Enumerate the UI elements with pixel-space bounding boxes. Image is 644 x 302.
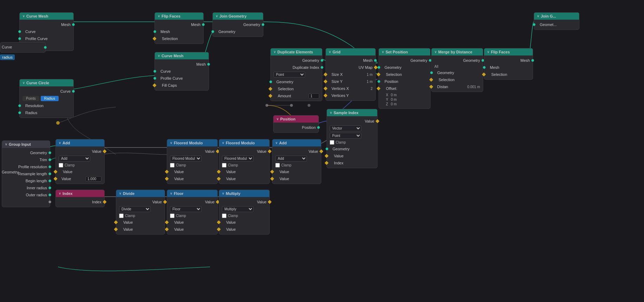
select-fm2[interactable]: Floored Modulo: [219, 155, 269, 162]
node-header-flip-faces-1[interactable]: ∨ Flip Faces: [155, 13, 203, 20]
port-geo-in-de[interactable]: [269, 80, 272, 83]
port-val1-floor[interactable]: [165, 220, 169, 224]
port-geo-in-jg[interactable]: [211, 30, 214, 33]
tab-radius[interactable]: Radius: [41, 96, 59, 101]
port-profile-in-ctm2[interactable]: [153, 77, 156, 80]
port-mesh-in-ff2[interactable]: [483, 66, 486, 69]
select-add2[interactable]: Add: [272, 155, 321, 162]
select-multiply[interactable]: Multiply: [219, 205, 269, 213]
port-mesh-out-grid[interactable]: [374, 59, 377, 62]
port-innerrad-out-gi[interactable]: [48, 186, 51, 189]
port-mesh-out-ctm2[interactable]: [207, 63, 210, 66]
select-point-de[interactable]: Point: [274, 72, 305, 78]
port-index-out[interactable]: [103, 200, 106, 204]
clamp-check-divide[interactable]: [119, 214, 124, 218]
port-curve-in-1[interactable]: [18, 30, 21, 33]
port-val1-divide[interactable]: [114, 220, 118, 224]
port-val1-add1[interactable]: [53, 170, 57, 173]
clamp-check-floor[interactable]: [170, 214, 175, 218]
port-value-out-si[interactable]: [375, 119, 379, 123]
port-empty-out-gi[interactable]: [48, 201, 51, 203]
clamp-check-si[interactable]: [330, 140, 334, 145]
port-profres-out-gi[interactable]: [48, 165, 51, 168]
select-point-si[interactable]: Point: [327, 132, 377, 139]
select-add1[interactable]: Add: [56, 155, 104, 162]
port-geo-in-sp[interactable]: [377, 66, 380, 69]
port-val1-fm1[interactable]: [165, 170, 169, 173]
node-header-curve-to-mesh-2[interactable]: ∨ Curve Mesh: [155, 52, 209, 59]
port-sizey-grid[interactable]: [323, 79, 327, 83]
port-sel-in-de[interactable]: [268, 87, 272, 91]
port-vertx-grid[interactable]: [323, 86, 327, 90]
port-mesh-out-1[interactable]: [72, 23, 75, 26]
port-dupidx-out-de[interactable]: [321, 66, 323, 69]
port-sel-sp[interactable]: [376, 72, 380, 76]
node-header-floor[interactable]: ∨ Floor: [167, 190, 217, 197]
tab-points[interactable]: Points: [22, 96, 39, 101]
port-offset-sp[interactable]: [376, 86, 380, 90]
port-pos-sp[interactable]: [377, 80, 380, 83]
port-val2-fm1[interactable]: [165, 177, 169, 180]
clamp-check-fm1[interactable]: [170, 163, 175, 168]
select-floor-op[interactable]: Floor: [170, 206, 202, 212]
dropdown-point-de[interactable]: Point: [271, 71, 322, 78]
port-curve-in-ctm2[interactable]: [153, 70, 156, 73]
port-resolution-cc[interactable]: [18, 104, 21, 107]
select-divide-op[interactable]: Divide: [119, 206, 151, 212]
port-mesh-in-ff1[interactable]: [153, 30, 156, 33]
port-val2-add1[interactable]: [53, 177, 57, 180]
select-add2-op[interactable]: Add: [275, 156, 307, 162]
input-amount-val[interactable]: [309, 93, 319, 99]
port-verty-grid[interactable]: [323, 93, 327, 97]
port-profile-curve-in-1[interactable]: [18, 37, 21, 40]
node-header-mbd[interactable]: ∨ Merge by Distance: [432, 48, 483, 55]
node-header-cc[interactable]: ∨ Curve Circle: [20, 79, 73, 86]
node-header-ff2[interactable]: ∨ Flip Faces: [484, 48, 533, 55]
input-val2-add1[interactable]: [86, 176, 101, 182]
port-value-out-multiply[interactable]: [268, 200, 271, 204]
port-sizex-grid[interactable]: [323, 72, 327, 76]
port-index-in-si[interactable]: [324, 161, 328, 165]
port-amount-in-de[interactable]: [268, 94, 272, 98]
port-value-out-fm2[interactable]: [268, 149, 271, 153]
port-geo-in-mbd[interactable]: [430, 71, 433, 74]
port-beginlen-out-gi[interactable]: [48, 179, 51, 182]
port-geo-in-jgp[interactable]: [533, 23, 535, 26]
select-vector-si[interactable]: Vector: [327, 125, 377, 132]
node-header-multiply[interactable]: ∨ Multiply: [219, 190, 269, 197]
clamp-check-add2[interactable]: [275, 163, 280, 168]
port-outerrad-out-gi[interactable]: [48, 193, 51, 196]
node-header-index[interactable]: ∨ Index: [56, 190, 104, 197]
node-header-si[interactable]: ∨ Sample Index: [327, 109, 377, 116]
node-header-curve-to-mesh-1[interactable]: ∨ Curve Mesh: [20, 13, 73, 20]
port-curve-partial[interactable]: [44, 46, 47, 49]
select-floor[interactable]: Floor: [167, 205, 217, 213]
port-position-out[interactable]: [317, 126, 320, 129]
select-multiply-op[interactable]: Multiply: [222, 206, 254, 212]
node-header-set-pos[interactable]: ∨ Set Position: [379, 48, 430, 55]
port-val1-add2[interactable]: [270, 170, 274, 173]
port-geo-out-jg[interactable]: [262, 23, 264, 26]
node-header-fm2[interactable]: ∨ Floored Modulo: [219, 139, 269, 146]
port-radius-cc[interactable]: [18, 111, 21, 114]
select-divide[interactable]: Divide: [116, 205, 165, 213]
select-vector[interactable]: Vector: [330, 125, 361, 131]
port-trim-out-gi[interactable]: [48, 158, 51, 161]
node-header-add1[interactable]: ∨ Add: [56, 139, 104, 146]
port-curve-out-cc[interactable]: [72, 90, 75, 93]
port-fillcaps-ctm2[interactable]: [152, 83, 156, 87]
port-geo-out-gi[interactable]: [48, 151, 51, 154]
node-header-gi[interactable]: ∨ Group Input: [2, 141, 50, 148]
node-header-join-geo-partial[interactable]: ∨ Join G...: [534, 13, 579, 20]
port-val2-add2[interactable]: [270, 177, 274, 180]
select-add1-op[interactable]: Add: [59, 156, 90, 162]
port-reslen-out-gi[interactable]: [48, 172, 51, 175]
port-mesh-out-ff1[interactable]: [202, 23, 205, 26]
node-header-fm1[interactable]: ∨ Floored Modulo: [167, 139, 217, 146]
select-fm1-op[interactable]: Floored Modulo: [170, 156, 202, 162]
clamp-check-add1[interactable]: [59, 163, 63, 168]
node-header-position[interactable]: ∨ Position: [274, 116, 318, 123]
node-header-add2[interactable]: ∨ Add: [272, 139, 321, 146]
select-point-si[interactable]: Point: [330, 133, 361, 139]
port-value-out-divide[interactable]: [163, 200, 167, 204]
